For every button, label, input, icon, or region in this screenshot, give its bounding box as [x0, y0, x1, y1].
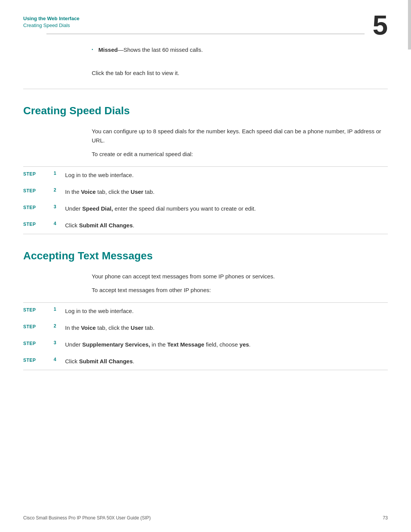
table-row: STEP 4 Click Submit All Changes. — [23, 353, 388, 370]
step-left-tm2: STEP 2 — [23, 323, 65, 329]
header: Using the Web Interface Creating Speed D… — [0, 0, 411, 34]
page-footer: Cisco Small Business Pro IP Phone SPA 50… — [0, 515, 411, 521]
missed-desc: —Shows the last 60 missed calls. — [118, 46, 202, 53]
table-row: STEP 3 Under Speed Dial, enter the speed… — [23, 200, 388, 217]
content-area: ▪ Missed—Shows the last 60 missed calls.… — [0, 34, 411, 370]
table-row: STEP 2 In the Voice tab, click the User … — [23, 184, 388, 200]
speed-dials-desc2: To create or edit a numerical speed dial… — [92, 150, 388, 159]
step-content-tm3: Under Supplementary Services, in the Tex… — [65, 340, 388, 349]
text-messages-heading: Accepting Text Messages — [23, 249, 388, 262]
bullet-section: ▪ Missed—Shows the last 60 missed calls. — [23, 34, 388, 65]
step-label-tm4: STEP — [23, 357, 54, 363]
speed-dials-steps: STEP 1 Log in to the web interface. STEP… — [23, 166, 388, 234]
step-label-3: STEP — [23, 204, 54, 210]
step-num-tm1: 1 — [54, 307, 65, 312]
table-row: STEP 2 In the Voice tab, click the User … — [23, 320, 388, 336]
page-container: Using the Web Interface Creating Speed D… — [0, 0, 411, 532]
steps-divider-bottom-1 — [23, 234, 388, 234]
table-row: STEP 1 Log in to the web interface. — [23, 167, 388, 184]
step-num-3: 3 — [54, 204, 65, 209]
intro-divider — [23, 89, 388, 89]
table-row: STEP 4 Click Submit All Changes. — [23, 217, 388, 234]
step-content-2: In the Voice tab, click the User tab. — [65, 187, 388, 197]
step-left-1: STEP 1 — [23, 171, 65, 177]
table-row: STEP 1 Log in to the web interface. — [23, 303, 388, 320]
text-messages-steps: STEP 1 Log in to the web interface. STEP… — [23, 302, 388, 370]
step-label-tm3: STEP — [23, 340, 54, 346]
step-label-1: STEP — [23, 171, 54, 177]
speed-dials-heading: Creating Speed Dials — [23, 104, 388, 117]
step-num-1: 1 — [54, 171, 65, 176]
step-content-4: Click Submit All Changes. — [65, 221, 388, 230]
breadcrumb-top: Using the Web Interface — [23, 15, 388, 22]
bullet-icon: ▪ — [92, 47, 93, 51]
speed-dials-description: You can configure up to 8 speed dials fo… — [23, 117, 388, 159]
speed-dials-desc1: You can configure up to 8 speed dials fo… — [92, 127, 388, 145]
step-left-tm4: STEP 4 — [23, 357, 65, 363]
step-num-tm2: 2 — [54, 323, 65, 329]
click-note: Click the tab for each list to view it. — [23, 65, 388, 78]
bullet-item-missed: ▪ Missed—Shows the last 60 missed calls. — [92, 46, 388, 54]
chapter-number: 5 — [373, 11, 388, 39]
step-content-tm4: Click Submit All Changes. — [65, 357, 388, 366]
breadcrumb-sub: Creating Speed Dials — [23, 22, 388, 29]
text-messages-desc1: Your phone can accept text messages from… — [92, 272, 388, 281]
step-num-4: 4 — [54, 221, 65, 226]
missed-label: Missed — [99, 46, 118, 53]
step-content-3: Under Speed Dial, enter the speed dial n… — [65, 204, 388, 213]
step-left-2: STEP 2 — [23, 187, 65, 193]
bullet-missed-text: Missed—Shows the last 60 missed calls. — [99, 46, 203, 54]
step-content-tm1: Log in to the web interface. — [65, 307, 388, 316]
step-left-tm3: STEP 3 — [23, 340, 65, 346]
step-label-tm1: STEP — [23, 307, 54, 313]
steps-divider-bottom-2 — [23, 370, 388, 370]
step-label-tm2: STEP — [23, 323, 54, 329]
step-left-4: STEP 4 — [23, 221, 65, 227]
step-label-2: STEP — [23, 187, 54, 193]
step-content-1: Log in to the web interface. — [65, 171, 388, 180]
table-row: STEP 3 Under Supplementary Services, in … — [23, 336, 388, 353]
footer-left-text: Cisco Small Business Pro IP Phone SPA 50… — [23, 515, 151, 521]
step-num-tm4: 4 — [54, 357, 65, 362]
step-label-4: STEP — [23, 221, 54, 227]
step-content-tm2: In the Voice tab, click the User tab. — [65, 323, 388, 332]
text-messages-description: Your phone can accept text messages from… — [23, 262, 388, 295]
step-left-tm1: STEP 1 — [23, 307, 65, 313]
footer-page-number: 73 — [383, 515, 388, 521]
text-messages-desc2: To accept text messages from other IP ph… — [92, 286, 388, 295]
step-num-tm3: 3 — [54, 340, 65, 345]
header-rule — [46, 34, 365, 34]
step-num-2: 2 — [54, 187, 65, 193]
step-left-3: STEP 3 — [23, 204, 65, 210]
